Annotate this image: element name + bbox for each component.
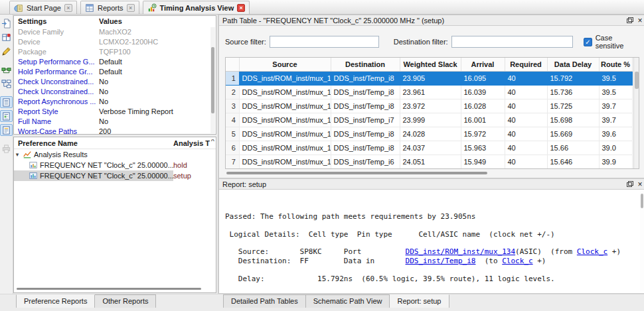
bottom-tab-report-setup[interactable]: Report: setup bbox=[390, 294, 449, 308]
setting-value[interactable]: No bbox=[99, 97, 216, 105]
table-row[interactable]: 5DDS_inst/ROM_inst/mux_134DDS_inst/Temp_… bbox=[226, 127, 632, 141]
table-cell: 39.9 bbox=[599, 155, 632, 168]
report-view-icon bbox=[1, 125, 11, 135]
column-header-destination[interactable]: Destination bbox=[331, 58, 400, 71]
settings-row[interactable]: Report Asynchronous ...No bbox=[14, 96, 216, 106]
setting-value[interactable]: No bbox=[99, 88, 216, 95]
settings-row[interactable]: DeviceLCMXO2-1200HC bbox=[14, 36, 216, 46]
tree-root-label: Analysis Results bbox=[34, 151, 88, 158]
bottom-tab-preference-reports[interactable]: Preference Reports bbox=[16, 294, 95, 308]
table-cell: 40 bbox=[505, 127, 547, 141]
close-panel-icon[interactable]: × bbox=[637, 181, 642, 188]
setting-value[interactable]: Verbose Timing Report bbox=[99, 107, 216, 115]
bottom-tab-detailed-path-tables[interactable]: Detailed Path Tables bbox=[223, 294, 306, 308]
column-header-data-delay[interactable]: Data Delay bbox=[547, 58, 599, 71]
settings-row[interactable]: Worst-Case Paths200 bbox=[14, 126, 216, 135]
case-sensitive-checkbox[interactable] bbox=[584, 38, 592, 46]
settings-row[interactable]: PackageTQFP100 bbox=[14, 46, 216, 56]
report-text: (to bbox=[476, 257, 503, 265]
report-link[interactable]: Clock_c bbox=[502, 257, 532, 265]
schematic-path-view-button[interactable] bbox=[0, 110, 13, 122]
start-page-icon bbox=[14, 3, 23, 13]
table-row[interactable]: 6DDS_inst/ROM_inst/mux_134DDS_inst/Temp_… bbox=[226, 141, 632, 155]
report-link[interactable]: DDS_inst/ROM_inst/mux_134 bbox=[406, 247, 516, 256]
bottom-tab-schematic-path-view[interactable]: Schematic Path View bbox=[306, 294, 390, 308]
netlist-button[interactable] bbox=[0, 64, 13, 76]
report-link[interactable]: Clock_c bbox=[577, 247, 607, 256]
tree-root-analysis-results[interactable]: ▾Analysis Results bbox=[14, 149, 216, 160]
setting-value[interactable]: No bbox=[99, 117, 216, 125]
table-row[interactable]: 7DDS_inst/ROM_inst/mux_134DDS_inst/Temp_… bbox=[226, 155, 632, 168]
settings-row[interactable]: Setup Performance G...Default bbox=[14, 56, 216, 66]
bottom-tab-other-reports[interactable]: Other Reports bbox=[95, 294, 156, 308]
path-table-horizontal-scrollbar[interactable] bbox=[225, 170, 639, 176]
setting-label: Device Family bbox=[14, 28, 99, 36]
tab-timing-analysis-view[interactable]: Timing Analysis View× bbox=[143, 1, 250, 14]
scrollbar-thumb[interactable] bbox=[211, 47, 214, 113]
column-header-required[interactable]: Required bbox=[505, 58, 547, 71]
column-header-source[interactable]: Source bbox=[239, 58, 331, 71]
report-line bbox=[225, 265, 639, 274]
path-table-dock-header: Path Table - "FREQUENCY NET "Clock_c" 25… bbox=[218, 15, 644, 26]
setting-value[interactable]: 200 bbox=[99, 127, 216, 135]
tab-reports[interactable]: Reports× bbox=[80, 1, 139, 14]
close-tab-icon[interactable]: × bbox=[127, 4, 135, 12]
query-table-button[interactable] bbox=[0, 31, 13, 43]
float-panel-icon[interactable] bbox=[627, 181, 633, 187]
left-panel: Settings Values Device FamilyMachXO2Devi… bbox=[13, 15, 218, 294]
scrollbar-thumb[interactable] bbox=[635, 72, 639, 89]
settings-row[interactable]: Hold Performance Gr...Default bbox=[14, 66, 216, 76]
float-panel-icon[interactable] bbox=[627, 17, 633, 23]
hierarchy-button[interactable] bbox=[0, 78, 13, 90]
table-row[interactable]: 1DDS_inst/ROM_inst/mux_134DDS_inst/Temp_… bbox=[226, 71, 632, 85]
column-header-route[interactable]: Route % bbox=[599, 58, 632, 71]
table-cell: 39.7 bbox=[599, 99, 632, 113]
report-vertical-scrollbar[interactable] bbox=[640, 191, 644, 292]
export-report-button[interactable] bbox=[0, 17, 13, 29]
source-filter-input[interactable] bbox=[270, 36, 379, 48]
scrollbar-thumb[interactable] bbox=[226, 172, 487, 174]
column-header-arrival[interactable]: Arrival bbox=[461, 58, 505, 71]
report-line: Delay: 15.792ns (60.5% logic, 39.5% rout… bbox=[225, 275, 639, 283]
path-table-panel-title: Path Table - "FREQUENCY NET "Clock_c" 25… bbox=[222, 17, 623, 25]
close-tab-icon[interactable]: × bbox=[64, 4, 72, 12]
settings-row[interactable]: Check Unconstrained...No bbox=[14, 86, 216, 96]
path-table-view-button[interactable] bbox=[0, 96, 13, 108]
table-cell: DDS_inst/ROM_inst/mux_134 bbox=[239, 99, 331, 113]
tree-item-hold[interactable]: FREQUENCY NET "Clock_c" 25.00000...hold bbox=[14, 160, 216, 170]
settings-row[interactable]: Check Unconstrained...No bbox=[14, 76, 216, 86]
edit-preferences-button[interactable] bbox=[0, 45, 13, 57]
edit-preferences-icon bbox=[1, 46, 11, 56]
tree-horizontal-scrollbar[interactable] bbox=[17, 288, 213, 291]
setting-value[interactable]: Default bbox=[99, 68, 216, 76]
close-panel-icon[interactable]: × bbox=[637, 17, 642, 24]
table-row[interactable]: 4DDS_inst/ROM_inst/mux_134DDS_inst/Temp_… bbox=[226, 113, 632, 127]
path-table-vertical-scrollbar[interactable] bbox=[633, 58, 639, 168]
report-line: Passed: The following path meets require… bbox=[225, 212, 639, 221]
settings-vertical-scrollbar[interactable] bbox=[210, 27, 215, 133]
expander-icon[interactable]: ▾ bbox=[14, 151, 21, 158]
tree-item-label: FREQUENCY NET "Clock_c" 25.00000... bbox=[40, 161, 173, 169]
table-cell: 39.7 bbox=[599, 113, 632, 127]
column-header-row-number[interactable] bbox=[226, 58, 239, 71]
table-cell: 16.039 bbox=[461, 85, 505, 99]
settings-row[interactable]: Report StyleVerbose Timing Report bbox=[14, 106, 216, 116]
table-row[interactable]: 3DDS_inst/ROM_inst/mux_134DDS_inst/Temp_… bbox=[226, 99, 632, 113]
close-tab-icon[interactable]: × bbox=[237, 4, 245, 12]
destination-filter-input[interactable] bbox=[451, 36, 574, 48]
table-cell: 24.037 bbox=[400, 141, 461, 155]
tab-start-page[interactable]: Start Page× bbox=[9, 1, 77, 14]
setting-value[interactable]: No bbox=[99, 78, 216, 86]
report-dock-header: Report: setup × bbox=[218, 178, 644, 190]
column-header-weighted-slack[interactable]: Weighted Slack bbox=[400, 58, 461, 71]
settings-row[interactable]: Device FamilyMachXO2 bbox=[14, 27, 216, 36]
report-view-button[interactable] bbox=[0, 124, 13, 136]
report-link[interactable]: DDS_inst/Temp_i8 bbox=[406, 257, 476, 265]
setting-value[interactable]: Default bbox=[99, 58, 216, 66]
scrollbar-thumb[interactable] bbox=[17, 288, 201, 290]
settings-row[interactable]: Full NameNo bbox=[14, 116, 216, 126]
tree-item-setup[interactable]: FREQUENCY NET "Clock_c" 25.00000...setup bbox=[14, 170, 216, 181]
table-cell: 39.6 bbox=[599, 127, 632, 141]
scrollbar-thumb[interactable] bbox=[641, 194, 643, 208]
table-row[interactable]: 2DDS_inst/ROM_inst/mux_134DDS_inst/Temp_… bbox=[226, 85, 632, 99]
